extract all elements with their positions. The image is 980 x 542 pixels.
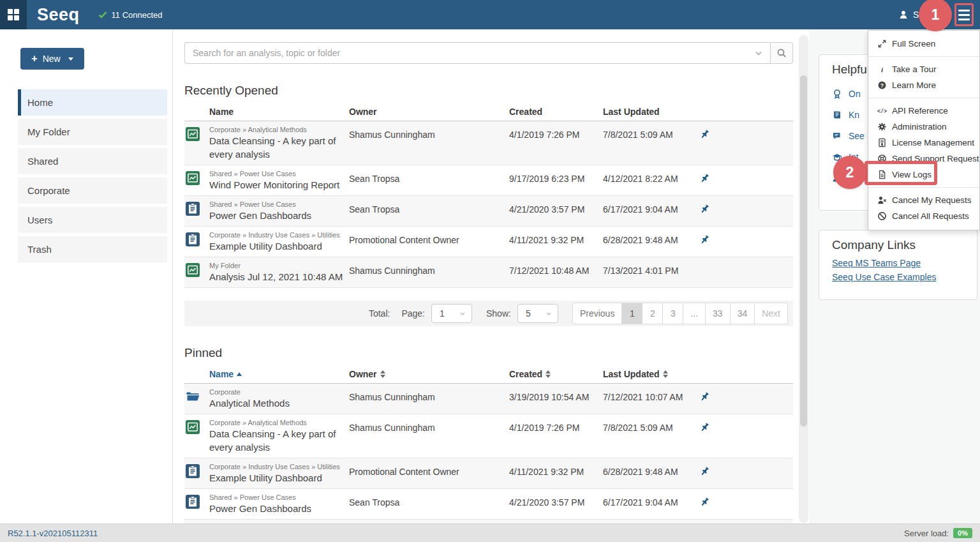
item-name-link[interactable]: Example Utility Dashboard: [209, 239, 349, 253]
previous-page-button[interactable]: Previous: [572, 303, 622, 324]
show-label: Show:: [486, 308, 511, 319]
pagination-bar: Total:Page:1Show:5Previous123...3334Next: [184, 301, 793, 326]
pin-icon: [699, 497, 710, 508]
column-header[interactable]: Last Updated: [603, 369, 695, 379]
sidebar-item-home[interactable]: Home: [18, 89, 167, 116]
pin-button[interactable]: [699, 391, 710, 402]
item-updated: 6/17/2021 9:04 AM: [603, 200, 695, 215]
page-button-2[interactable]: 2: [642, 303, 663, 324]
item-name-link[interactable]: Data Cleansing - A key part of every ana…: [209, 134, 349, 161]
user-icon: [898, 10, 909, 20]
page-button-1[interactable]: 1: [622, 303, 642, 324]
menu-item-license-management[interactable]: License Management: [868, 135, 979, 151]
svg-text:</>: </>: [877, 109, 887, 115]
menu-item-label: License Management: [892, 138, 974, 147]
item-owner: Shamus Cunningham: [349, 418, 509, 433]
agents-status[interactable]: 11 Connected: [98, 10, 163, 20]
menu-item-cancel-my-requests[interactable]: Cancel My Requests: [868, 192, 979, 208]
menu-item-label: Send Support Request: [892, 154, 979, 163]
pin-button[interactable]: [699, 421, 710, 433]
table-row[interactable]: Shared » Power Use CasesPower Gen Dashbo…: [184, 489, 793, 520]
vertical-scrollbar-thumb[interactable]: [800, 75, 807, 426]
menu-item-full-screen[interactable]: Full Screen: [868, 36, 979, 52]
page-button-34[interactable]: 34: [731, 303, 755, 324]
pin-button[interactable]: [699, 203, 710, 215]
company-link[interactable]: Seeq MS Teams Page: [832, 258, 977, 268]
sidebar-item-my-folder[interactable]: My Folder: [18, 119, 167, 145]
app-switcher-button[interactable]: [0, 0, 27, 29]
search-field[interactable]: [184, 42, 770, 64]
connected-label: 11 Connected: [112, 10, 163, 20]
topic-icon: [186, 202, 200, 216]
new-button[interactable]: + New: [20, 48, 84, 70]
sort-icon: [663, 370, 668, 378]
pin-button[interactable]: [699, 465, 710, 477]
menu-item-send-support-request[interactable]: Send Support Request: [868, 151, 979, 167]
recently-table-header: NameOwnerCreatedLast Updated: [184, 107, 793, 121]
sidebar-item-corporate[interactable]: Corporate: [18, 177, 167, 204]
page-label: Page:: [401, 308, 425, 319]
svg-text:i: i: [881, 66, 884, 73]
item-name-link[interactable]: Power Gen Dashboards: [209, 502, 349, 515]
column-header-sorted[interactable]: Name: [209, 369, 349, 379]
pin-icon: [699, 129, 710, 140]
table-row[interactable]: Shared » Power Use CasesPower Gen Dashbo…: [184, 196, 793, 227]
company-link[interactable]: Seeq Use Case Examples: [832, 272, 977, 282]
analysis-icon: [186, 420, 200, 434]
pin-button[interactable]: [699, 128, 710, 140]
question-icon: ?: [877, 80, 887, 90]
menu-item-learn-more[interactable]: ?Learn More: [868, 77, 979, 93]
chevron-down-icon[interactable]: [754, 48, 764, 58]
item-created: 4/1/2019 7:26 PM: [509, 125, 603, 140]
search-button[interactable]: [770, 42, 793, 64]
item-updated: 7/13/2021 4:01 PM: [603, 261, 695, 276]
show-select[interactable]: 5: [517, 304, 558, 323]
column-header[interactable]: Created: [509, 369, 603, 379]
pin-button[interactable]: [699, 234, 710, 245]
menu-item-cancel-all-requests[interactable]: Cancel All Requests: [868, 208, 979, 224]
pinned-table-header: NameOwnerCreatedLast Updated: [184, 369, 793, 384]
page-button-3[interactable]: 3: [663, 303, 683, 324]
page-button-33[interactable]: 33: [706, 303, 731, 324]
table-row[interactable]: Shared » Power Use CasesWind Power Monit…: [184, 165, 793, 196]
menu-item-take-a-tour[interactable]: iTake a Tour: [868, 61, 979, 77]
sidebar-item-shared[interactable]: Shared: [18, 148, 167, 174]
page-select[interactable]: 1: [431, 304, 472, 323]
table-row[interactable]: Corporate » Industry Use Cases » Utiliti…: [184, 227, 793, 257]
table-row[interactable]: Corporate » Analytical MethodsData Clean…: [184, 121, 793, 165]
item-created: 4/21/2020 3:57 PM: [509, 493, 603, 508]
seeq-logo[interactable]: Seeq: [37, 5, 80, 25]
item-created: 3/19/2019 10:54 AM: [509, 388, 603, 402]
item-name-link[interactable]: Wind Power Monitoring Report: [209, 178, 349, 192]
item-name-link[interactable]: Data Cleansing - A key part of every ana…: [209, 427, 349, 454]
new-button-label: New: [43, 54, 61, 64]
column-header[interactable]: Owner: [349, 369, 509, 379]
pinned-table: NameOwnerCreatedLast Updated CorporateAn…: [184, 369, 793, 523]
page-button-...[interactable]: ...: [683, 303, 706, 324]
menu-item-api-reference[interactable]: </>API Reference: [868, 103, 979, 119]
table-row[interactable]: Corporate » Industry Use Cases » Utiliti…: [184, 458, 793, 489]
item-name-link[interactable]: Example Utility Dashboard: [209, 471, 349, 485]
table-row[interactable]: CorporateAnalytical MethodsShamus Cunnin…: [184, 384, 793, 414]
sidebar-item-trash[interactable]: Trash: [18, 236, 167, 262]
pin-button[interactable]: [699, 496, 710, 508]
menu-divider: [868, 56, 979, 57]
item-owner: Sean Tropsa: [349, 493, 509, 508]
next-page-button[interactable]: Next: [755, 303, 788, 324]
item-name-link[interactable]: Analysis Jul 12, 2021 10:48 AM: [209, 270, 349, 283]
pinned-title: Pinned: [184, 346, 799, 360]
vertical-scrollbar-track[interactable]: [799, 35, 808, 523]
hamburger-menu-button[interactable]: [954, 3, 974, 26]
item-path: Corporate » Industry Use Cases » Utiliti…: [209, 230, 349, 239]
menu-item-administration[interactable]: Administration: [868, 119, 979, 135]
search-input[interactable]: [193, 48, 754, 58]
item-name-link[interactable]: Analytical Methods: [209, 396, 349, 410]
pin-button[interactable]: [699, 172, 710, 184]
menu-item-view-logs[interactable]: View Logs: [868, 167, 979, 183]
recently-opened-table: NameOwnerCreatedLast Updated Corporate »…: [184, 107, 793, 288]
table-row[interactable]: Corporate » Analytical MethodsData Clean…: [184, 414, 793, 458]
item-name-link[interactable]: Power Gen Dashboards: [209, 209, 349, 222]
sidebar-item-users[interactable]: Users: [18, 207, 167, 233]
table-row[interactable]: My FolderAnalysis Jul 12, 2021 10:48 AMS…: [184, 257, 793, 288]
menu-item-label: API Reference: [892, 106, 948, 116]
